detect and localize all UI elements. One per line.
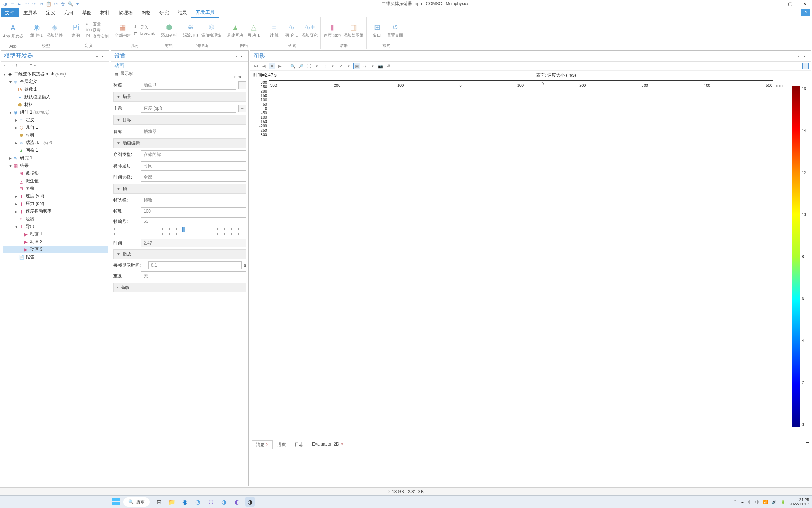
frameno-input[interactable]: 53 <box>141 217 246 225</box>
menu-mesh[interactable]: 网格 <box>137 8 155 17</box>
qat-copy-icon[interactable]: ⧉ <box>38 1 44 7</box>
app-icon-3[interactable]: ◑ <box>219 497 229 507</box>
show-frame-icon[interactable]: ▤ <box>114 71 118 77</box>
play-next-icon[interactable]: ▶ <box>277 63 283 69</box>
tree-geom1[interactable]: 几何 1 <box>26 124 38 131</box>
qat-paste-icon[interactable]: 📋 <box>46 1 51 7</box>
select-icon[interactable]: ⊹ <box>322 63 328 69</box>
minimize-button[interactable]: — <box>768 0 783 8</box>
section-advanced[interactable]: ▸高级 <box>113 283 246 292</box>
tree-datasets[interactable]: 数据集 <box>26 170 39 176</box>
menu-geom[interactable]: 几何 <box>60 8 78 17</box>
close-button[interactable]: ✕ <box>798 0 812 8</box>
slider-thumb[interactable] <box>182 227 185 232</box>
plot-area[interactable]: 300250200150100500-50-100-150-200-250-30… <box>269 80 773 81</box>
tree-param1[interactable]: 参数 1 <box>24 86 37 93</box>
qat-zoom-icon[interactable]: 🔍 <box>67 1 73 7</box>
tab-eval2d[interactable]: Evaluation 2D× <box>308 440 347 449</box>
ribbon-component[interactable]: ◉组 件 1 <box>29 22 44 38</box>
tray-chevron-icon[interactable]: ⌃ <box>733 500 737 504</box>
qat-more-icon[interactable]: ▾ <box>75 1 80 7</box>
panel-dropdown-icon[interactable]: ▾ <box>235 54 240 58</box>
tree-def[interactable]: 定义 <box>26 117 34 123</box>
tree-turbulent[interactable]: 湍流, k-ε (spf) <box>26 140 52 146</box>
ribbon-reset-desktop[interactable]: ↺重置桌面 <box>387 22 403 38</box>
help-button[interactable]: ? <box>801 9 810 16</box>
tree-results[interactable]: 结果 <box>20 163 29 169</box>
tree-export[interactable]: 导出 <box>26 224 34 230</box>
section-animedit[interactable]: ▼动画编辑 <box>113 138 246 148</box>
zoom-in-icon[interactable]: 🔍 <box>290 63 296 69</box>
panel-pin-icon[interactable]: ▪ <box>241 54 245 58</box>
tray-volume-icon[interactable]: 🔊 <box>772 500 777 504</box>
comsol-taskbar-icon[interactable]: ◑ <box>245 497 255 507</box>
tray-clock[interactable]: 21:25 2022/11/17 <box>789 497 809 506</box>
view-mode-icon[interactable]: ▣ <box>353 63 360 69</box>
ribbon-compute[interactable]: =计 算 <box>267 22 281 38</box>
ribbon-app-builder[interactable]: AApp 开发器 <box>3 23 23 38</box>
ribbon-velocity-plot[interactable]: ▮速度 (spf) <box>324 22 341 38</box>
tree-root[interactable]: 二维流体振荡器.mph (root) <box>14 71 66 77</box>
close-icon[interactable]: × <box>266 442 269 447</box>
section-target[interactable]: ▼目标 <box>113 115 246 125</box>
tree-streamline[interactable]: 流线 <box>26 216 34 222</box>
section-frames[interactable]: ▼帧 <box>113 184 246 194</box>
qat-redo-icon[interactable]: ↷ <box>31 1 37 7</box>
model-tree[interactable]: ▾◈二维流体振荡器.mph (root) ▾⊕全局定义 Pi参数 1 ⤷默认模型… <box>1 69 109 486</box>
tab-log[interactable]: 日志 <box>291 440 307 449</box>
task-view-icon[interactable]: ⊞ <box>154 497 163 507</box>
app-icon-1[interactable]: ◔ <box>193 497 203 507</box>
play-first-icon[interactable]: ⏮ <box>253 63 259 69</box>
scene-light-icon[interactable]: ☼ <box>361 63 368 69</box>
maximize-button[interactable]: ▢ <box>783 0 798 8</box>
menu-dev[interactable]: 开发工具 <box>191 8 219 18</box>
qat-save-icon[interactable]: ▭ <box>9 1 15 7</box>
menu-phys[interactable]: 物理场 <box>114 8 137 17</box>
ribbon-turbulent-flow[interactable]: ≋湍流, k-ε <box>183 22 198 38</box>
menu-result[interactable]: 结果 <box>173 8 191 17</box>
ribbon-add-component[interactable]: ◈添加组件 <box>47 22 63 38</box>
ribbon-add-physics[interactable]: ⚛添加物理场 <box>201 22 221 38</box>
menu-mat[interactable]: 材料 <box>96 8 114 17</box>
tree-nav-fwd-icon[interactable]: → <box>9 63 13 67</box>
ribbon-param-cases[interactable]: Pi参数实例 <box>86 34 109 39</box>
tray-ime-2[interactable]: 中 <box>755 499 759 505</box>
tray-ime-1[interactable]: 中 <box>748 499 752 505</box>
framesel-select[interactable]: 帧数 <box>141 196 246 205</box>
ribbon-add-study[interactable]: ∿+添加研究 <box>302 22 318 38</box>
ribbon-functions[interactable]: f(x)函数 <box>86 28 109 33</box>
tree-report[interactable]: 报告 <box>26 254 34 260</box>
zoom-dropdown-icon[interactable]: ▾ <box>314 63 320 69</box>
repeat-select[interactable]: 关 <box>141 271 246 280</box>
zoom-extents-icon[interactable]: ⛶ <box>306 63 312 69</box>
tree-expand-icon[interactable]: ≡ <box>30 63 32 67</box>
panel-pin-icon[interactable]: ▪ <box>102 54 106 58</box>
tab-progress[interactable]: 进度 <box>273 440 290 449</box>
tree-derived[interactable]: 派生值 <box>26 178 39 184</box>
label-input[interactable]: 动画 3 <box>141 81 236 90</box>
edge-icon[interactable]: ◉ <box>180 497 190 507</box>
tray-onedrive-icon[interactable]: ☁ <box>740 500 744 504</box>
tree-velfreq[interactable]: 速度振动频率 <box>26 208 52 214</box>
tree-anim3[interactable]: 动画 3 <box>30 246 42 253</box>
tree-comp1[interactable]: 组件 1 (comp1) <box>20 109 49 115</box>
start-button[interactable] <box>112 497 120 506</box>
ribbon-variables[interactable]: a=变量 <box>86 21 109 27</box>
tree-velocity[interactable]: 速度 (spf) <box>26 193 44 199</box>
panel-pin-icon[interactable]: ▪ <box>804 54 808 58</box>
tree-default-input[interactable]: 默认模型输入 <box>24 94 50 100</box>
qat-comsol-icon[interactable]: ◑ <box>2 1 8 7</box>
perframe-input[interactable]: 0.1 <box>148 261 242 269</box>
app-icon-4[interactable]: ◐ <box>232 497 242 507</box>
tree-tables[interactable]: 表格 <box>26 185 34 192</box>
taskbar-search[interactable]: 🔍 搜索 <box>123 497 150 507</box>
framecount-input[interactable]: 100 <box>141 207 246 215</box>
play-stop-icon[interactable]: ■ <box>269 63 275 69</box>
scene-dropdown-icon[interactable]: ▾ <box>369 63 376 69</box>
qat-delete-icon[interactable]: 🗑 <box>60 1 66 7</box>
show-frame-label[interactable]: 显示帧 <box>120 71 133 77</box>
tree-global-def[interactable]: 全局定义 <box>20 79 37 85</box>
tree-down-icon[interactable]: ↓ <box>20 63 22 67</box>
ribbon-add-material[interactable]: ⬢添加材料 <box>161 22 177 38</box>
explorer-icon[interactable]: 📁 <box>167 497 177 507</box>
